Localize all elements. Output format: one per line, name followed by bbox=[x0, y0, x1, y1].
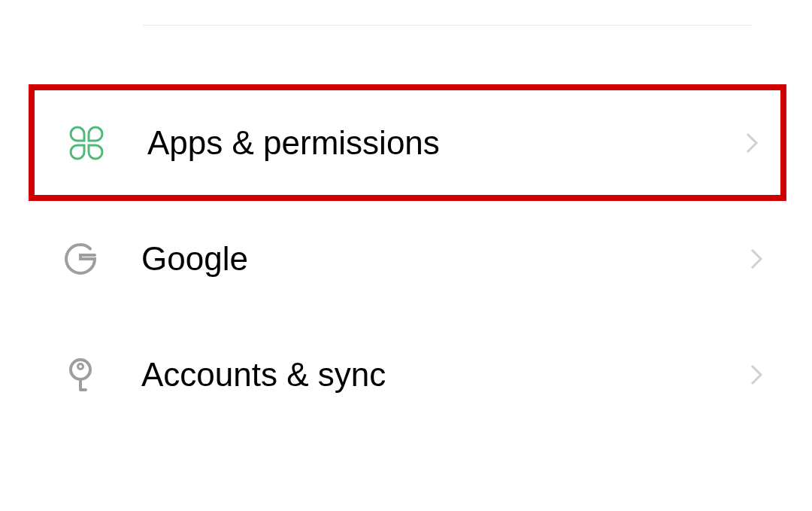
spacer bbox=[0, 26, 812, 84]
chevron-right-icon bbox=[746, 248, 767, 269]
settings-row-accounts-sync[interactable]: Accounts & sync bbox=[0, 317, 812, 433]
svg-point-1 bbox=[78, 364, 83, 370]
settings-row-label: Accounts & sync bbox=[141, 356, 746, 394]
chevron-right-icon bbox=[741, 132, 762, 154]
settings-row-apps-permissions[interactable]: Apps & permissions bbox=[29, 84, 786, 201]
settings-row-label: Google bbox=[141, 240, 746, 278]
google-icon bbox=[62, 240, 99, 278]
key-icon bbox=[62, 356, 99, 394]
chevron-right-icon bbox=[746, 364, 767, 385]
settings-row-label: Apps & permissions bbox=[147, 124, 741, 162]
apps-icon bbox=[68, 124, 105, 162]
settings-row-google[interactable]: Google bbox=[0, 201, 812, 317]
